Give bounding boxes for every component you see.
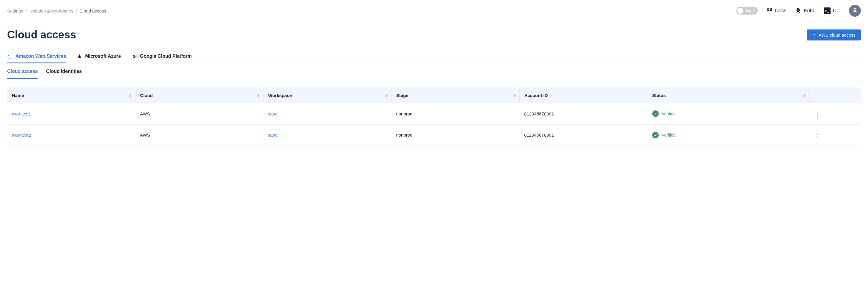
toggle-knob bbox=[737, 8, 743, 14]
cloud-access-name-link[interactable]: aws-test2 bbox=[12, 133, 31, 138]
col-header-label: Stage bbox=[396, 93, 408, 98]
cell-cloud: AWS bbox=[135, 103, 264, 124]
col-header-account-id[interactable]: Account ID bbox=[519, 87, 647, 103]
rocket-icon bbox=[795, 7, 801, 14]
sort-icon bbox=[385, 94, 388, 97]
status-cell: Verified bbox=[652, 110, 676, 117]
breadcrumb-current: Cloud access bbox=[80, 8, 106, 13]
tab-gcp[interactable]: G Google Cloud Platform bbox=[132, 51, 192, 63]
col-header-status[interactable]: Status bbox=[647, 87, 810, 103]
col-header-label: Status bbox=[652, 93, 666, 98]
gcp-icon: G bbox=[132, 54, 137, 59]
aws-icon: a bbox=[7, 54, 12, 59]
sort-icon bbox=[129, 94, 131, 97]
add-cloud-access-button[interactable]: AWS cloud access bbox=[807, 29, 861, 40]
sort-icon bbox=[804, 94, 806, 97]
col-header-cloud[interactable]: Cloud bbox=[135, 87, 264, 103]
primary-btn-label: AWS cloud access bbox=[819, 32, 856, 37]
status-text: Verified bbox=[662, 133, 676, 138]
breadcrumb-separator: / bbox=[26, 8, 27, 13]
table-row: aws-test2 AWS sand nonprod 812345678901 … bbox=[7, 124, 861, 146]
workspace-link[interactable]: sand bbox=[268, 133, 278, 138]
status-cell: Verified bbox=[652, 132, 676, 138]
svg-text:G: G bbox=[132, 54, 136, 59]
page-title: Cloud access bbox=[7, 29, 76, 41]
tab-azure[interactable]: Microsoft Azure bbox=[77, 51, 121, 63]
svg-text:a: a bbox=[8, 54, 9, 58]
azure-icon bbox=[77, 54, 82, 59]
table-row: aws-test1 AWS sand nonprod 812345678901 … bbox=[7, 103, 861, 124]
kube-link[interactable]: Kube bbox=[795, 7, 816, 14]
col-header-workspace[interactable]: Workspace bbox=[264, 87, 392, 103]
col-header-label: Name bbox=[12, 93, 24, 98]
breadcrumb: Settings / Isolation & boundaries / Clou… bbox=[7, 8, 106, 13]
row-actions-menu[interactable] bbox=[814, 133, 822, 140]
cell-stage: nonprod bbox=[391, 103, 519, 124]
user-avatar[interactable] bbox=[849, 5, 861, 17]
cell-cloud: AWS bbox=[135, 124, 264, 146]
check-circle-icon bbox=[652, 132, 659, 138]
check-circle-icon bbox=[652, 110, 659, 117]
terminal-icon: >_ bbox=[824, 7, 831, 14]
tab-label: Microsoft Azure bbox=[85, 54, 121, 59]
user-icon bbox=[851, 7, 858, 14]
docs-link[interactable]: Docs bbox=[766, 7, 786, 14]
kube-label: Kube bbox=[804, 8, 816, 14]
cell-account-id: 812345678901 bbox=[519, 103, 647, 124]
cloud-access-table: Name Cloud Workspace Stage Account ID bbox=[7, 87, 861, 146]
cli-link[interactable]: >_ CLI bbox=[824, 7, 841, 14]
sub-tab-cloud-access[interactable]: Cloud access bbox=[7, 65, 38, 79]
row-actions-menu[interactable] bbox=[814, 111, 822, 118]
provider-tabs: a Amazon Web Services Microsoft Azure G … bbox=[7, 51, 861, 63]
tab-aws[interactable]: a Amazon Web Services bbox=[7, 51, 66, 63]
col-header-stage[interactable]: Stage bbox=[391, 87, 519, 103]
status-text: Verified bbox=[662, 111, 676, 116]
cloud-access-name-link[interactable]: aws-test1 bbox=[12, 111, 31, 116]
tab-label: Google Cloud Platform bbox=[140, 54, 192, 59]
col-header-label: Workspace bbox=[268, 93, 292, 98]
col-header-label: Cloud bbox=[140, 93, 153, 98]
svg-point-0 bbox=[854, 9, 856, 11]
cli-label: CLI bbox=[833, 8, 841, 14]
col-header-actions bbox=[810, 87, 861, 103]
book-icon bbox=[766, 7, 773, 14]
sub-tab-cloud-identities[interactable]: Cloud identities bbox=[46, 65, 82, 79]
tab-label: Amazon Web Services bbox=[16, 54, 66, 59]
theme-toggle[interactable]: Light bbox=[736, 7, 758, 14]
plus-icon bbox=[812, 33, 816, 37]
cell-stage: nonprod bbox=[391, 124, 519, 146]
breadcrumb-separator: / bbox=[76, 8, 77, 13]
col-header-name[interactable]: Name bbox=[7, 87, 135, 103]
col-header-label: Account ID bbox=[524, 93, 548, 98]
breadcrumb-settings[interactable]: Settings bbox=[7, 8, 23, 13]
workspace-link[interactable]: sand bbox=[268, 111, 278, 116]
docs-label: Docs bbox=[775, 8, 786, 14]
cell-account-id: 812345678901 bbox=[519, 124, 647, 146]
sort-icon bbox=[257, 94, 259, 97]
toggle-label: Light bbox=[746, 9, 755, 13]
breadcrumb-isolation[interactable]: Isolation & boundaries bbox=[29, 8, 73, 13]
sub-tabs: Cloud access Cloud identities bbox=[7, 65, 861, 79]
sort-icon bbox=[514, 94, 516, 97]
